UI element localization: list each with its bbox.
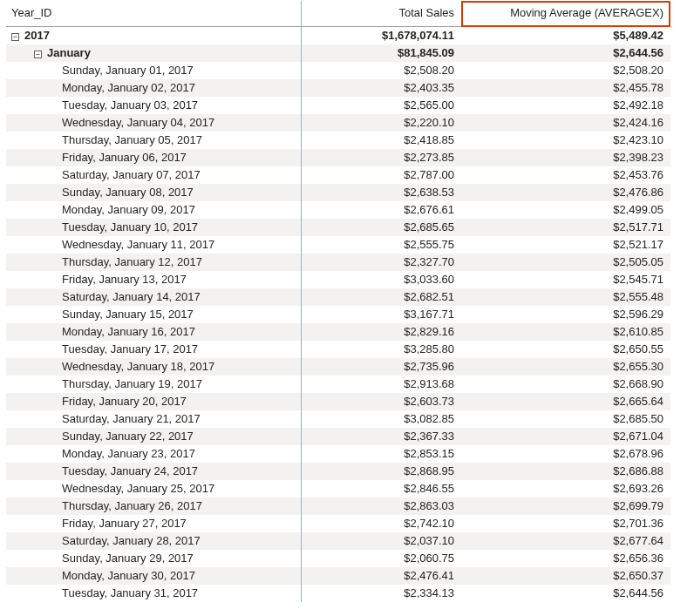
table-row[interactable]: Thursday, January 12, 2017$2,327.70$2,50… (6, 254, 670, 271)
day-label: Tuesday, January 31, 2017 (6, 585, 302, 602)
table-row[interactable]: Tuesday, January 24, 2017$2,868.95$2,686… (6, 463, 670, 480)
day-label: Tuesday, January 03, 2017 (6, 97, 302, 114)
year-cell[interactable]: −2017 (6, 27, 302, 44)
day-mavg: $2,644.56 (461, 585, 670, 602)
day-label: Sunday, January 08, 2017 (6, 184, 302, 201)
day-label: Wednesday, January 04, 2017 (6, 114, 302, 132)
table-row[interactable]: Sunday, January 29, 2017$2,060.75$2,656.… (6, 550, 670, 567)
col-header-mavg[interactable]: Moving Average (AVERAGEX) (461, 1, 670, 27)
day-mavg: $2,678.96 (461, 445, 670, 463)
day-sales: $2,273.85 (302, 149, 461, 166)
day-label: Thursday, January 12, 2017 (6, 254, 302, 271)
day-sales: $2,682.51 (302, 288, 461, 306)
matrix-scroll-area[interactable]: Year_ID Total Sales Moving Average (AVER… (6, 1, 670, 610)
day-label: Wednesday, January 18, 2017 (6, 358, 302, 376)
day-label: Saturday, January 28, 2017 (6, 532, 302, 550)
day-sales: $2,555.75 (302, 236, 461, 254)
month-row[interactable]: −January$81,845.09$2,644.56 (6, 44, 670, 62)
day-mavg: $2,555.48 (461, 288, 670, 306)
day-label: Wednesday, January 25, 2017 (6, 480, 302, 498)
day-sales: $2,367.33 (302, 428, 461, 445)
day-label: Monday, January 30, 2017 (6, 567, 302, 585)
table-row[interactable]: Saturday, January 21, 2017$3,082.85$2,68… (6, 410, 670, 428)
day-sales: $2,508.20 (302, 62, 461, 79)
table-row[interactable]: Friday, January 13, 2017$3,033.60$2,545.… (6, 271, 670, 288)
day-label: Tuesday, January 17, 2017 (6, 341, 302, 358)
table-row[interactable]: Thursday, January 19, 2017$2,913.68$2,66… (6, 376, 670, 393)
col-header-sales[interactable]: Total Sales (302, 1, 461, 27)
day-sales: $3,082.85 (302, 410, 461, 428)
day-sales: $2,603.73 (302, 393, 461, 410)
table-row[interactable]: Friday, January 27, 2017$2,742.10$2,701.… (6, 515, 670, 532)
day-mavg: $2,424.16 (461, 114, 670, 132)
day-label: Friday, January 20, 2017 (6, 393, 302, 410)
day-mavg: $2,650.55 (461, 341, 670, 358)
table-row[interactable]: Monday, January 02, 2017$2,403.35$2,455.… (6, 79, 670, 97)
table-row[interactable]: Sunday, January 08, 2017$2,638.53$2,476.… (6, 184, 670, 201)
table-row[interactable]: Monday, January 23, 2017$2,853.15$2,678.… (6, 445, 670, 463)
table-row[interactable]: Tuesday, January 31, 2017$2,334.13$2,644… (6, 585, 670, 602)
month-cell[interactable]: −January (6, 44, 302, 62)
collapse-toggle-icon[interactable]: − (34, 51, 42, 58)
table-row[interactable]: Wednesday, January 11, 2017$2,555.75$2,5… (6, 236, 670, 254)
day-label: Sunday, January 01, 2017 (6, 62, 302, 79)
day-sales: $2,060.75 (302, 550, 461, 567)
day-mavg: $2,656.36 (461, 550, 670, 567)
year-sales: $1,678,074.11 (302, 27, 461, 44)
day-mavg: $2,517.71 (461, 219, 670, 236)
day-sales: $3,285.80 (302, 341, 461, 358)
day-label: Thursday, January 05, 2017 (6, 132, 302, 149)
column-header-row: Year_ID Total Sales Moving Average (AVER… (6, 1, 670, 27)
day-sales: $3,033.60 (302, 271, 461, 288)
year-row[interactable]: −2017$1,678,074.11$5,489.42 (6, 27, 670, 44)
table-row[interactable]: Sunday, January 01, 2017$2,508.20$2,508.… (6, 62, 670, 79)
table-row[interactable]: Thursday, January 05, 2017$2,418.85$2,42… (6, 132, 670, 149)
day-label: Friday, January 27, 2017 (6, 515, 302, 532)
table-row[interactable]: Tuesday, January 17, 2017$3,285.80$2,650… (6, 341, 670, 358)
col-header-year[interactable]: Year_ID (6, 1, 302, 27)
day-label: Monday, January 23, 2017 (6, 445, 302, 463)
year-mavg: $5,489.42 (461, 27, 670, 44)
day-mavg: $2,677.64 (461, 532, 670, 550)
day-mavg: $2,476.86 (461, 184, 670, 201)
table-row[interactable]: Thursday, January 26, 2017$2,863.03$2,69… (6, 498, 670, 515)
table-row[interactable]: Monday, January 30, 2017$2,476.41$2,650.… (6, 567, 670, 585)
day-mavg: $2,668.90 (461, 376, 670, 393)
day-label: Saturday, January 21, 2017 (6, 410, 302, 428)
day-sales: $2,476.41 (302, 567, 461, 585)
matrix-visual: Year_ID Total Sales Moving Average (AVER… (5, 0, 671, 611)
table-row[interactable]: Monday, January 09, 2017$2,676.61$2,499.… (6, 201, 670, 219)
day-mavg: $2,671.04 (461, 428, 670, 445)
day-mavg: $2,701.36 (461, 515, 670, 532)
table-row[interactable]: Saturday, January 14, 2017$2,682.51$2,55… (6, 288, 670, 306)
table-row[interactable]: Wednesday, January 18, 2017$2,735.96$2,6… (6, 358, 670, 376)
collapse-toggle-icon[interactable]: − (11, 33, 19, 41)
day-label: Monday, January 16, 2017 (6, 323, 302, 341)
day-sales: $2,829.16 (302, 323, 461, 341)
table-row[interactable]: Friday, January 06, 2017$2,273.85$2,398.… (6, 149, 670, 166)
table-row[interactable]: Wednesday, January 25, 2017$2,846.55$2,6… (6, 480, 670, 498)
day-label: Friday, January 13, 2017 (6, 271, 302, 288)
table-row[interactable]: Monday, January 16, 2017$2,829.16$2,610.… (6, 323, 670, 341)
day-sales: $2,676.61 (302, 201, 461, 219)
day-mavg: $2,596.29 (461, 306, 670, 323)
day-label: Tuesday, January 24, 2017 (6, 463, 302, 480)
table-row[interactable]: Saturday, January 07, 2017$2,787.00$2,45… (6, 166, 670, 184)
day-mavg: $2,686.88 (461, 463, 670, 480)
month-sales: $81,845.09 (302, 44, 461, 62)
table-row[interactable]: Tuesday, January 03, 2017$2,565.00$2,492… (6, 97, 670, 114)
day-mavg: $2,610.85 (461, 323, 670, 341)
table-row[interactable]: Tuesday, January 10, 2017$2,685.65$2,517… (6, 219, 670, 236)
table-row[interactable]: Sunday, January 22, 2017$2,367.33$2,671.… (6, 428, 670, 445)
table-row[interactable]: Wednesday, January 04, 2017$2,220.10$2,4… (6, 114, 670, 132)
table-row[interactable]: Saturday, January 28, 2017$2,037.10$2,67… (6, 532, 670, 550)
month-mavg: $2,644.56 (461, 44, 670, 62)
day-mavg: $2,398.23 (461, 149, 670, 166)
day-label: Thursday, January 19, 2017 (6, 376, 302, 393)
day-sales: $2,685.65 (302, 219, 461, 236)
day-sales: $2,742.10 (302, 515, 461, 532)
day-mavg: $2,499.05 (461, 201, 670, 219)
table-row[interactable]: Sunday, January 15, 2017$3,167.71$2,596.… (6, 306, 670, 323)
day-mavg: $2,505.05 (461, 254, 670, 271)
table-row[interactable]: Friday, January 20, 2017$2,603.73$2,665.… (6, 393, 670, 410)
